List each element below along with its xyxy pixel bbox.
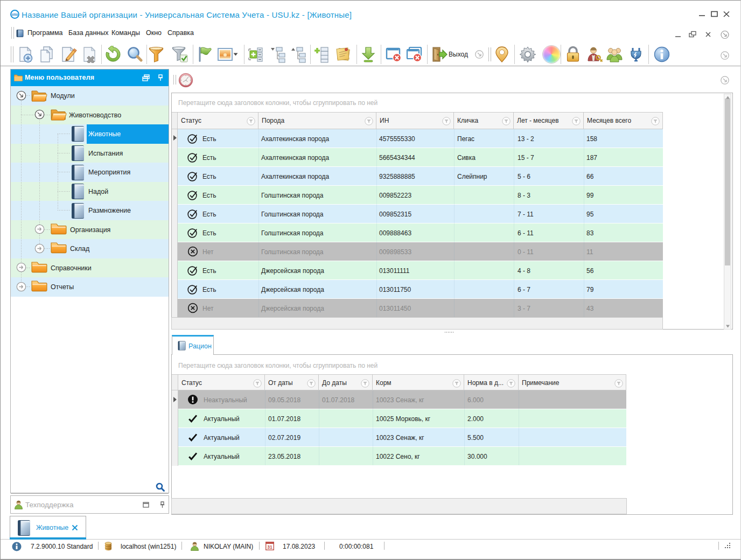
svg-text:31: 31	[267, 544, 272, 550]
svg-text:usu: usu	[12, 12, 18, 16]
